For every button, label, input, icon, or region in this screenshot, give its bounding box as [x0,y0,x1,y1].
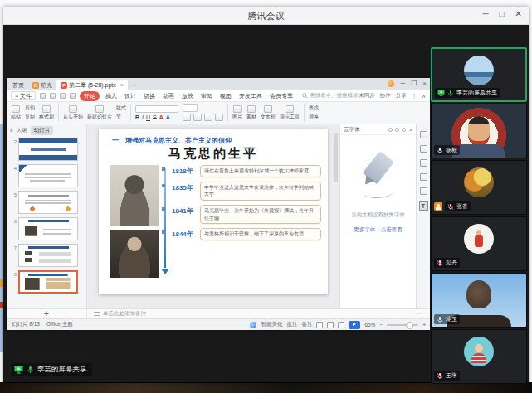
slide-thumbnail-selected[interactable] [18,270,78,294]
menu-insert[interactable]: 插入 [104,92,119,100]
collapse-panel-icon[interactable]: « [10,128,13,133]
participant-tile[interactable]: 冷玉 [431,273,527,328]
feedback-icon[interactable] [388,128,393,132]
layout-button[interactable]: 版式 [116,104,126,112]
zoom-in-button[interactable]: + [422,322,426,328]
font-size-select[interactable] [183,104,198,112]
slide-thumbnail[interactable] [18,164,78,187]
font-panel-link[interactable]: 更多字体，点击查看 [354,226,403,234]
play-from-start-button[interactable]: 从头开始 [63,105,83,121]
textbox-button[interactable]: 文本框 [261,105,276,121]
menu-design[interactable]: 设计 [123,92,138,100]
notes-bar[interactable]: 单击此处添加备注 ··· [87,309,430,318]
menu-transition[interactable]: 切换 [142,92,157,100]
find-button[interactable]: 查找 [309,104,319,112]
folder-icon[interactable] [420,159,427,167]
menu-review[interactable]: 审阅 [199,92,214,100]
copy-button[interactable]: 复制 [25,114,35,121]
menu-view[interactable]: 视图 [218,92,233,100]
menu-animation[interactable]: 动画 [161,92,176,100]
collaborate-button[interactable]: 协作 [380,92,391,99]
slide-canvas[interactable]: 一、增强对马克思主义、共产主义的信仰 马克思的生平 [99,129,328,294]
strikethrough-button[interactable]: S [153,114,157,120]
new-tab-button[interactable]: + [128,80,140,90]
tab-docer[interactable]: D 稻壳 [28,80,56,90]
present-tools-button[interactable]: 演示工具 [280,105,300,121]
slide-thumbnail[interactable] [18,191,78,214]
reading-view-icon[interactable] [338,322,344,328]
slide-thumbnail[interactable] [18,217,78,240]
participant-tile[interactable]: 王琳 [431,329,527,384]
panel-close-icon[interactable]: × [409,127,412,133]
pin-icon[interactable] [402,128,406,132]
align-right-icon[interactable] [204,114,212,121]
cut-button[interactable]: 剪切 [25,104,35,112]
tab-document[interactable]: P 第二章 (5-28).pptx × [56,80,128,90]
insert-picture-button[interactable]: 图片 [232,105,242,121]
canvas-scrollbar[interactable] [334,133,338,182]
section-button[interactable]: 节 [116,114,126,121]
collapse-ribbon-icon[interactable]: ∧ [422,93,426,99]
highlight-color-button[interactable]: A [166,114,170,120]
participant-tile[interactable]: 杨毅 [431,104,527,158]
more-menu-icon[interactable]: ⋮ [412,93,417,99]
participant-tile[interactable]: 张香 [431,160,527,215]
bold-button[interactable]: B [135,114,139,120]
tab-outline[interactable]: 大纲 [17,127,27,134]
new-slide-button[interactable]: 新建幻灯片 [87,105,112,121]
format-painter-button[interactable]: 格式刷 [39,105,54,121]
sorter-view-icon[interactable] [327,322,334,328]
paste-button[interactable]: 粘贴 [11,105,21,121]
participant-tile-sharer[interactable]: 李芸的屏幕共享 [431,47,527,102]
sliders-icon[interactable] [420,131,427,138]
star-icon[interactable] [420,145,427,153]
italic-button[interactable]: I [142,114,144,120]
participant-tile[interactable]: 彭丹 [431,216,527,271]
undo-icon[interactable] [60,93,66,99]
command-search[interactable]: 查找命令、搜索模板 [302,92,359,99]
minimize-button[interactable]: ─ [482,9,488,18]
zoom-out-button[interactable]: − [379,322,383,328]
menu-member[interactable]: 会员专享 [268,92,295,100]
font-name-select[interactable] [135,105,178,113]
add-slide-button[interactable]: + [7,309,87,318]
theme-name[interactable]: Office 主题 [46,321,73,328]
zoom-slider[interactable] [387,324,418,326]
wps-close-button[interactable]: × [422,80,427,87]
wps-minimize-button[interactable]: ─ [400,80,405,87]
notes-more-icon[interactable]: ··· [416,311,424,317]
comment-button[interactable]: 批注 [286,321,297,328]
note-button[interactable]: 备注 [301,321,312,328]
underline-button[interactable]: U [146,114,150,120]
settings-icon[interactable] [395,128,399,132]
close-button[interactable]: ✕ [515,9,522,18]
bullet-list-icon[interactable] [215,114,223,121]
material-button[interactable]: 素材 [246,105,256,121]
maximize-button[interactable]: □ [500,9,505,18]
menu-slideshow[interactable]: 放映 [180,92,195,100]
tab-close-icon[interactable]: × [120,82,124,88]
normal-view-icon[interactable] [316,322,323,328]
wps-ai-icon[interactable] [388,80,394,87]
sync-status[interactable]: 未同步 [359,92,375,99]
slide-thumbnail[interactable] [18,138,78,161]
save-icon[interactable] [40,93,46,99]
wps-restore-button[interactable]: ❐ [411,80,417,87]
slideshow-play-button[interactable] [349,321,360,329]
redo-icon[interactable] [70,93,76,99]
file-menu-button[interactable]: ≡ 文件 [11,91,36,100]
zoom-level[interactable]: 65% [364,322,375,328]
align-left-icon[interactable] [183,114,191,121]
font-color-button[interactable]: A [159,114,164,120]
tab-home[interactable]: 首页 [8,80,28,90]
text-tool-icon[interactable]: T [419,201,428,211]
image-panel-icon[interactable] [420,187,427,195]
clock-icon[interactable] [420,173,427,181]
menu-start[interactable]: 开始 [80,91,100,101]
slide-thumbnail[interactable] [18,244,78,267]
replace-button[interactable]: 替换 [309,114,319,121]
print-icon[interactable] [50,93,56,99]
share-button[interactable]: 分享 [396,92,407,99]
align-center-icon[interactable] [193,114,202,121]
tab-slides[interactable]: 幻灯片 [31,126,54,135]
